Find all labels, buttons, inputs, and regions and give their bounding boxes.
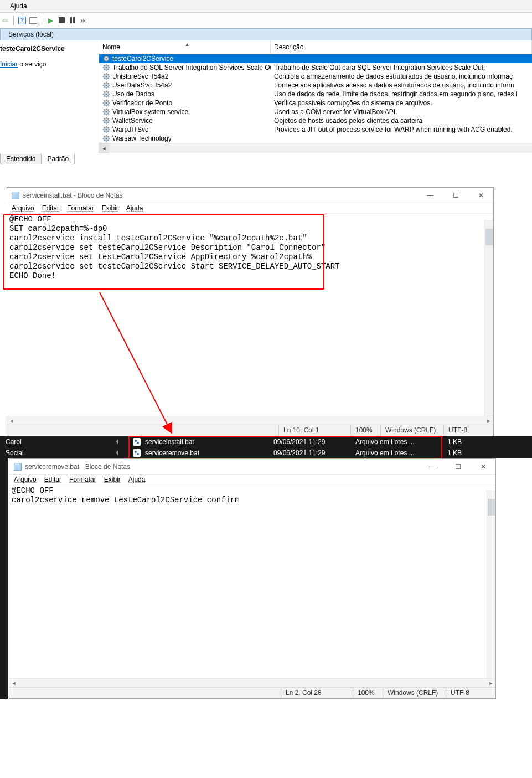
explorer-file-row[interactable]: serviceinstall.bat09/06/2021 11:29Arquiv…: [126, 436, 532, 447]
notepad1-horizontal-scrollbar[interactable]: ◄ ►: [7, 416, 493, 425]
restart-icon[interactable]: ⏭: [79, 16, 89, 25]
column-header-name[interactable]: ▲ Nome: [99, 40, 271, 54]
notepad2-title: serviceremove.bat - Bloco de Notas: [25, 463, 418, 471]
services-window: Ajuda ⇦ ? ▶ ⏭ Serviços (local) testeCaro…: [0, 0, 532, 168]
notepad1-content[interactable]: @ECHO OFF SET carol2cpath=%~dp0 carol2cs…: [7, 214, 493, 416]
svg-line-49: [108, 91, 109, 92]
service-row[interactable]: WalletServiceObjetos de hosts usados pel…: [99, 116, 532, 125]
service-name: Uso de Dados: [112, 90, 154, 98]
svg-line-6: [104, 56, 105, 57]
tab-standard[interactable]: Padrão: [41, 153, 75, 164]
service-row[interactable]: testeCarol2CService: [99, 54, 532, 63]
notepad-window-serviceinstall: serviceinstall.bat - Bloco de Notas — ☐ …: [7, 187, 494, 436]
service-name-cell: WarpJITSvc: [99, 125, 271, 134]
svg-line-57: [108, 105, 109, 106]
minimize-button[interactable]: —: [419, 188, 441, 203]
explorer-quick-item[interactable]: Social: [0, 447, 126, 458]
services-list-pane: ▲ Nome Descrição testeCarol2CServiceTrab…: [99, 40, 532, 153]
service-name-cell: testeCarol2CService: [99, 54, 271, 63]
gear-icon: [102, 99, 110, 107]
menu-item[interactable]: Editar: [42, 204, 59, 212]
start-icon[interactable]: ▶: [45, 16, 55, 25]
explorer-quick-item[interactable]: Carol: [0, 436, 126, 447]
menu-item[interactable]: Formatar: [67, 204, 94, 212]
menu-help[interactable]: Ajuda: [10, 2, 27, 10]
explorer-left-pane: Carol Social: [0, 436, 126, 458]
service-name: UnistoreSvc_f54a2: [112, 73, 168, 80]
services-tree-header[interactable]: Serviços (local): [0, 28, 532, 40]
svg-point-11: [106, 67, 107, 69]
svg-line-46: [104, 91, 105, 92]
service-row[interactable]: VirtualBox system serviceUsed as a COM s…: [99, 107, 532, 116]
service-name-cell: Warsaw Technology: [99, 134, 271, 143]
menu-item[interactable]: Editar: [44, 476, 61, 483]
services-horizontal-scrollbar[interactable]: ◄: [99, 143, 532, 153]
close-button[interactable]: ✕: [472, 460, 494, 474]
service-row[interactable]: Trabalho do SQL Server Integration Servi…: [99, 63, 532, 72]
svg-point-104: [137, 453, 139, 455]
notepad2-vertical-scrollbar[interactable]: [487, 490, 495, 678]
scroll-right-icon[interactable]: ►: [484, 416, 493, 425]
explorer-file-row[interactable]: serviceremove.bat09/06/2021 11:29Arquivo…: [126, 447, 532, 458]
scroll-right-icon[interactable]: ►: [487, 679, 495, 688]
notepad1-vertical-scrollbar[interactable]: [484, 220, 493, 416]
tab-extended[interactable]: Estendido: [0, 153, 41, 164]
svg-line-77: [108, 122, 109, 123]
menu-item[interactable]: Exibir: [104, 476, 121, 483]
service-row[interactable]: UnistoreSvc_f54a2Controla o armazenament…: [99, 72, 532, 81]
scroll-left-icon[interactable]: ◄: [9, 679, 18, 688]
notepad2-titlebar[interactable]: serviceremove.bat - Bloco de Notas — ☐ ✕: [9, 459, 495, 475]
svg-line-89: [108, 127, 109, 128]
service-row[interactable]: Uso de DadosUso de dados da rede, limite…: [99, 90, 532, 99]
minimize-button[interactable]: —: [421, 460, 443, 474]
svg-point-81: [106, 129, 107, 131]
service-name: WalletService: [112, 117, 153, 125]
pause-icon[interactable]: [68, 16, 78, 25]
service-description-cell: Objetos de hosts usados pelos clientes d…: [271, 116, 532, 125]
menu-item[interactable]: Exibir: [102, 204, 118, 212]
service-name: WarpJITSvc: [112, 126, 148, 133]
svg-line-96: [104, 136, 105, 137]
gear-icon: [102, 55, 110, 63]
bat-file-icon: [133, 438, 141, 446]
start-service-link[interactable]: Iniciar: [0, 60, 18, 68]
notepad1-statusbar: Ln 10, Col 1 100% Windows (CRLF) UTF-8: [7, 425, 493, 436]
service-name-cell: Trabalho do SQL Server Integration Servi…: [99, 63, 271, 72]
svg-point-71: [106, 120, 107, 122]
svg-line-59: [108, 100, 109, 101]
service-row[interactable]: Warsaw Technology: [99, 134, 532, 143]
menu-item[interactable]: Ajuda: [128, 476, 146, 483]
notepad-window-serviceremove: serviceremove.bat - Bloco de Notas — ☐ ✕…: [9, 458, 496, 699]
back-icon[interactable]: ⇦: [0, 16, 10, 25]
stop-icon[interactable]: [56, 16, 66, 25]
svg-line-7: [108, 60, 109, 61]
svg-line-19: [108, 65, 109, 66]
service-action-row: Iniciar o serviço: [0, 60, 96, 68]
service-row[interactable]: UserDataSvc_f54a2Fornece aos aplicativos…: [99, 81, 532, 90]
maximize-button[interactable]: ☐: [447, 460, 469, 474]
file-name: serviceinstall.bat: [145, 438, 269, 446]
service-row[interactable]: Verificador de PontoVerifica possíveis c…: [99, 99, 532, 107]
svg-line-18: [104, 69, 105, 70]
notepad1-titlebar[interactable]: serviceinstall.bat - Bloco de Notas — ☐ …: [7, 188, 493, 203]
svg-point-1: [106, 58, 107, 60]
scroll-left-icon[interactable]: ◄: [7, 416, 16, 425]
notepad2-horizontal-scrollbar[interactable]: ◄ ►: [9, 678, 495, 687]
help-icon[interactable]: ?: [17, 16, 27, 25]
gear-icon: [102, 108, 110, 116]
scroll-left-icon[interactable]: ◄: [99, 143, 109, 153]
close-button[interactable]: ✕: [470, 188, 492, 203]
menu-item[interactable]: Formatar: [69, 476, 96, 483]
column-header-description[interactable]: Descrição: [271, 40, 532, 54]
maximize-button[interactable]: ☐: [445, 188, 467, 203]
properties-icon[interactable]: [28, 16, 38, 25]
menu-item[interactable]: Arquivo: [14, 476, 37, 483]
menu-item[interactable]: Ajuda: [126, 204, 143, 212]
notepad2-content[interactable]: @ECHO OFF carol2cservice remove testeCar…: [9, 485, 495, 678]
menu-item[interactable]: Arquivo: [12, 204, 34, 212]
gear-icon: [102, 64, 110, 71]
service-name-cell: UserDataSvc_f54a2: [99, 81, 271, 90]
gear-icon: [102, 73, 110, 80]
gear-icon: [102, 126, 110, 133]
service-row[interactable]: WarpJITSvcProvides a JIT out of process …: [99, 125, 532, 134]
